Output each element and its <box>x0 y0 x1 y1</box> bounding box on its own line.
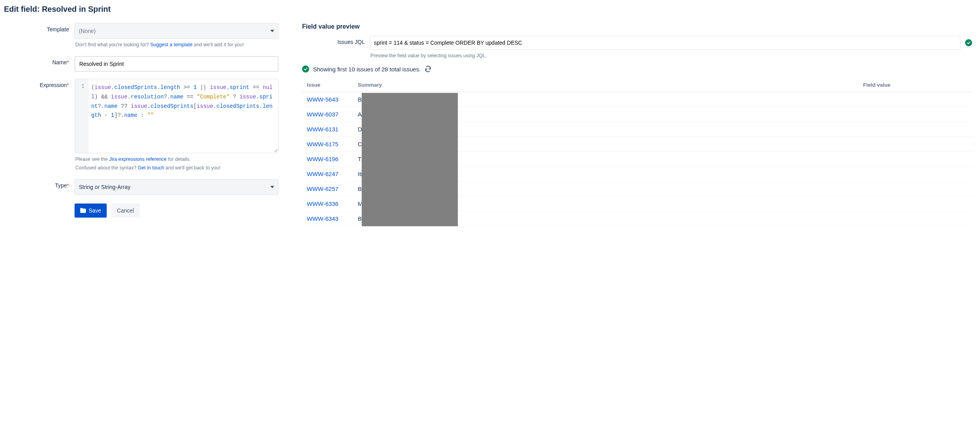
page-title: Edit field: Resolved in Sprint <box>4 5 972 14</box>
issue-link[interactable]: WWW-6336 <box>307 200 339 207</box>
field-value-cell <box>858 211 972 226</box>
showing-text: Showing first 10 issues of 28 total issu… <box>313 66 421 73</box>
field-value-cell <box>858 107 972 122</box>
chevron-down-icon <box>270 186 274 188</box>
folder-icon <box>80 208 86 213</box>
issue-link[interactable]: WWW-6131 <box>307 126 339 133</box>
expression-editor[interactable]: 1 (issue.closedSprints.length >= 1 || is… <box>75 79 279 153</box>
template-help-prefix: Don't find what you're looking for? <box>75 42 150 47</box>
name-label: Name* <box>4 56 75 65</box>
cancel-button-label: Cancel <box>117 207 134 214</box>
field-value-cell <box>858 196 972 211</box>
expression-help-1: Please see the Jira expressions referenc… <box>75 156 279 162</box>
resize-handle-icon[interactable] <box>273 147 278 153</box>
col-issue: Issue <box>302 78 353 92</box>
jql-label: Issues JQL <box>302 36 365 45</box>
save-button[interactable]: Save <box>75 204 107 218</box>
redaction-overlay <box>362 93 458 227</box>
jql-help: Preview the field value by selecting iss… <box>370 53 960 58</box>
type-select[interactable]: String or String-Array <box>75 179 279 195</box>
edit-form: Template (None) Don't find what you're l… <box>4 23 279 220</box>
preview-title: Field value preview <box>302 23 972 30</box>
expression-help1-suffix: for details. <box>167 156 191 162</box>
col-summary: Summary <box>353 78 858 92</box>
template-label: Template <box>4 23 75 33</box>
issue-link[interactable]: WWW-6196 <box>307 156 339 162</box>
expression-help1-prefix: Please see the <box>75 156 109 162</box>
issue-link[interactable]: WWW-6037 <box>307 111 339 118</box>
type-value: String or String-Array <box>79 184 130 190</box>
field-value-cell <box>858 137 972 152</box>
template-help-suffix: and we'll add it for you! <box>193 42 244 47</box>
suggest-template-link[interactable]: Suggest a template <box>150 42 193 47</box>
save-button-label: Save <box>89 207 101 214</box>
cancel-button[interactable]: Cancel <box>111 204 140 218</box>
field-value-cell <box>858 152 972 167</box>
field-value-cell <box>858 182 972 196</box>
template-select[interactable]: (None) <box>75 23 279 39</box>
col-field-value: Field value <box>858 78 972 92</box>
name-input[interactable] <box>75 56 279 72</box>
editor-gutter: 1 <box>75 79 89 153</box>
type-label: Type* <box>4 179 75 189</box>
chevron-down-icon <box>270 30 274 32</box>
check-icon <box>302 65 309 73</box>
issue-link[interactable]: WWW-5643 <box>307 96 339 103</box>
expression-label: Expression* <box>4 79 75 88</box>
issue-link[interactable]: WWW-6343 <box>307 215 339 222</box>
preview-panel: Field value preview Issues JQL Preview t… <box>302 23 972 226</box>
editor-body[interactable]: (issue.closedSprints.length >= 1 || issu… <box>89 79 278 153</box>
expression-help2-suffix: and we'll get back to you! <box>164 165 220 171</box>
expression-help2-prefix: Confused about the syntax? <box>75 165 138 171</box>
issue-link[interactable]: WWW-6175 <box>307 141 339 147</box>
field-value-cell <box>858 92 972 107</box>
template-help: Don't find what you're looking for? Sugg… <box>75 42 279 47</box>
field-value-cell <box>858 167 972 182</box>
expression-help-2: Confused about the syntax? Get in touch … <box>75 165 279 171</box>
get-in-touch-link[interactable]: Get in touch <box>138 165 164 171</box>
jira-expressions-reference-link[interactable]: Jira expressions reference <box>109 156 167 162</box>
check-icon <box>965 39 972 46</box>
refresh-icon[interactable] <box>424 65 432 73</box>
template-value: (None) <box>79 28 96 34</box>
jql-input[interactable] <box>370 36 960 50</box>
field-value-cell <box>858 122 972 137</box>
issue-link[interactable]: WWW-6247 <box>307 171 339 177</box>
issue-link[interactable]: WWW-6257 <box>307 185 339 192</box>
